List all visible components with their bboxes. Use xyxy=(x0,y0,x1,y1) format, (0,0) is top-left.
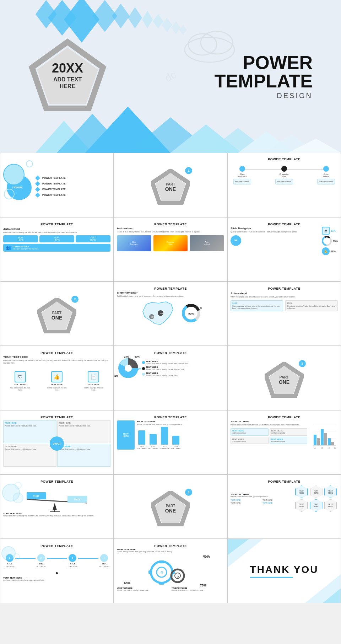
part-num-badge-4: 4 xyxy=(185,489,192,496)
hex-label-3: TEXT HERE xyxy=(231,502,262,504)
gears-item-text-2: Please click here to modify the text her… xyxy=(172,589,224,592)
map-desc: Quickly switch slides—in or out of seque… xyxy=(117,295,224,297)
hex-5: TEXTHERE xyxy=(310,499,323,512)
steps-bubble-2 xyxy=(13,553,20,560)
bc-content: YOUR TEXT HERE Please click here to modi… xyxy=(231,420,338,457)
part-text-2: PART ONE xyxy=(52,311,62,320)
sn-desc: Quickly switch slides—in or out of seque… xyxy=(231,231,320,233)
tl-col-1: 2011 TEXT HERE xyxy=(137,430,147,450)
part-num-badge-2: 2 xyxy=(71,296,79,303)
step-line-2 xyxy=(47,558,67,559)
map-donut: 52% TEXT HERE xyxy=(180,302,202,324)
hex-left-text: YOUR TEXT HERE Please modify the text he… xyxy=(231,493,294,504)
part-text-3: PART ONE xyxy=(279,375,289,385)
balance-visual: TEXT TEXT xyxy=(3,487,110,512)
sn-pct-2: 15% xyxy=(333,240,338,242)
ae3-desc: When you project your presentation to a … xyxy=(231,296,338,298)
svg-marker-65 xyxy=(53,503,57,510)
bc-desc: Please click here to modify the text, th… xyxy=(231,424,307,426)
swot-cell-2: TEXT HERE Please click here to modify th… xyxy=(57,420,110,443)
slide-18-title: POWER TEMPLATE xyxy=(231,478,338,483)
tl-label-1: TEXT HERE xyxy=(137,447,147,450)
hero-pentagon: 20XX ADD TEXT HERE xyxy=(28,39,107,114)
ae1-icon: 👥 xyxy=(6,245,11,250)
svg-text:A: A xyxy=(314,447,316,449)
bc-top: YOUR TEXT HERE xyxy=(231,420,307,423)
contents-item-2: POWER TEMPLATE xyxy=(36,182,107,186)
hex-1: TEXTHERE xyxy=(295,485,308,498)
svg-marker-2 xyxy=(64,0,99,43)
step-label-4: STE4 xyxy=(102,563,107,565)
hex-label-4: TEXT HERE xyxy=(262,502,294,504)
swot-text-3: Please click here to modify the text her… xyxy=(5,448,55,451)
ae3-col2-text: Direct your audience's attention right t… xyxy=(287,305,336,310)
tl-bar-1 xyxy=(138,430,145,445)
tl-top: YOUR TEXT HERE xyxy=(137,420,224,423)
part-pentagon-1: 1 PART ONE xyxy=(151,169,190,205)
svg-text:30%: 30% xyxy=(160,312,164,315)
slide-part-3: 3 PART ONE xyxy=(227,346,341,410)
nav-timeline: SlideNavigator text here example Present… xyxy=(231,166,338,184)
hex-label-2: TEXT HERE xyxy=(262,499,294,501)
slide-gears: POWER TEMPLATE YOUR TEXT HERE Please mod… xyxy=(114,539,227,603)
svg-text:52%: 52% xyxy=(151,316,155,318)
tl-label-4: TEXT HERE xyxy=(171,447,181,450)
ae3-cols: 2019 Stay organized with one behind the … xyxy=(231,300,338,311)
hex-4: TEXTHERE xyxy=(295,499,308,512)
svg-marker-1 xyxy=(48,0,76,36)
ae1-box-2: TEXTHERE xyxy=(39,235,74,242)
svg-marker-5 xyxy=(128,7,142,28)
svg-marker-8 xyxy=(162,18,172,32)
ty-content: THANK YOU xyxy=(250,564,319,578)
contents-item-text-4: POWER TEMPLATE xyxy=(42,194,66,196)
step-text-1: TEXT HERE xyxy=(5,565,15,568)
slide-map: POWER TEMPLATE Slide Navigator Quickly s… xyxy=(114,281,227,346)
hero-subtitle: ADD TEXT HERE xyxy=(52,76,83,90)
bc-cell-text-1: text here example xyxy=(232,432,267,434)
icon-sub-1: text for example, the text here. xyxy=(10,387,30,391)
svg-text:TEXT HERE: TEXT HERE xyxy=(200,307,202,309)
pie-chart: 53% 63% 73% 23% xyxy=(117,357,140,380)
swot-cell-1: TEXT HERE Please click here to modify th… xyxy=(3,420,56,443)
it-top: YOUR TEXT HERE xyxy=(3,355,110,359)
ae3-col1-year: 2019 xyxy=(232,302,281,304)
bc-cell-text-4: text here example xyxy=(271,440,306,443)
slide-thankyou: THANK YOU xyxy=(227,539,341,603)
gears-bottom-items: YOUR TEXT HERE Please click here to modi… xyxy=(117,587,224,592)
slide-icons-text: POWER TEMPLATE YOUR TEXT HERE Please cli… xyxy=(0,346,114,410)
pie-pct-4: 23% xyxy=(136,367,141,370)
sn-pct-3: 18% xyxy=(331,250,336,253)
contents-items: POWER TEMPLATE POWER TEMPLATE POWER TEMP… xyxy=(36,176,107,199)
hex-grid: TEXTHERE TEXTHERE TEXTHERE TEXTHERE TEXT… xyxy=(295,485,338,512)
ae2-img-2: PresenterView xyxy=(153,235,188,251)
hex-content: YOUR TEXT HERE Please modify the text he… xyxy=(231,485,338,512)
tl-side-text: TEXTHERE xyxy=(123,433,129,437)
bubble2 xyxy=(26,160,33,167)
slide-11-title: POWER TEMPLATE xyxy=(117,349,224,355)
nav-dot-circle-3 xyxy=(323,166,329,172)
sn-pie xyxy=(322,236,332,246)
svg-marker-9 xyxy=(171,21,180,34)
gears-visual: 45% ⚙ ⚙ 68% 75 xyxy=(117,554,224,586)
svg-rect-74 xyxy=(148,570,151,574)
ae3-col2: 2020 Direct your audience's attention ri… xyxy=(285,300,338,311)
part-number-1: ONE xyxy=(165,186,176,192)
tl-bars: 2011 TEXT HERE 2012 TEXT HERE 2013 TEXT … xyxy=(137,427,224,450)
slide-20-title: POWER TEMPLATE xyxy=(117,542,224,548)
swot-center: SWOT xyxy=(50,436,64,451)
icon-hex-3: 📄 xyxy=(88,371,99,382)
svg-rect-53 xyxy=(328,438,331,445)
map-svg: 30% 52% xyxy=(139,299,178,327)
step-2: 2 STE2 TEXT HERE xyxy=(36,554,46,568)
svg-text:⚙: ⚙ xyxy=(177,575,179,578)
slide-14-title: POWER TEMPLATE xyxy=(117,413,224,419)
ae1-bottom: 👥 Presenter View text here example, the … xyxy=(3,244,110,252)
hero-year: 20XX xyxy=(52,62,83,75)
sn-row-1: 💻 11% xyxy=(322,227,338,235)
slide-part-1: 1 PART ONE xyxy=(114,153,227,217)
step-text-3: TEXT HERE xyxy=(67,565,77,568)
ae1-subtitle: Auto-extend xyxy=(3,227,110,231)
slide-part-2: 2 PART ONE xyxy=(0,281,114,346)
pie-text-2: TEXT HERE Please click here to modify th… xyxy=(142,366,224,371)
step-label-3: STE3 xyxy=(70,563,75,565)
